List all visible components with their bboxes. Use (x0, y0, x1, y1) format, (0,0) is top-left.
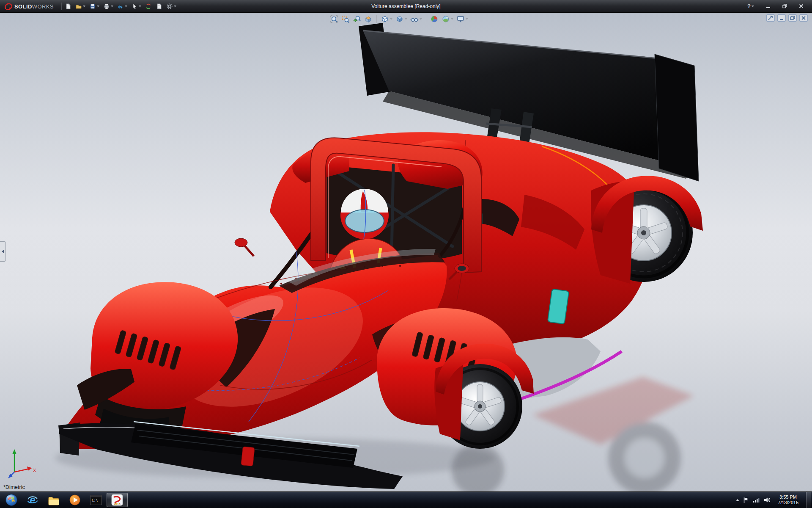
svg-text:e: e (30, 494, 35, 505)
undo-icon (117, 3, 124, 10)
taskbar-internet-explorer-button[interactable]: e (22, 492, 43, 508)
dropdown-caret-icon (97, 6, 99, 7)
model-3d-view[interactable] (0, 13, 812, 491)
dropdown-caret-icon (125, 6, 127, 7)
help-button[interactable]: ? (745, 3, 757, 10)
toolbar-separator (61, 3, 62, 10)
minimize-button[interactable] (763, 3, 773, 9)
file-properties-button[interactable] (154, 1, 164, 11)
zoom-to-fit-button[interactable] (329, 14, 339, 24)
dropdown-caret-icon (466, 18, 468, 20)
taskbar-solidworks-button[interactable]: 2015 (107, 493, 128, 507)
volume-tray-button[interactable] (764, 497, 771, 503)
display-style-button[interactable] (395, 14, 408, 24)
select-button[interactable] (130, 1, 143, 11)
section-view-icon (364, 15, 373, 23)
undo-button[interactable] (116, 1, 129, 11)
file-properties-icon (156, 3, 162, 10)
solidworks-window: SOLIDWORKS (0, 0, 812, 508)
graphics-area[interactable]: X *Dimetric (0, 13, 812, 491)
restore-icon (782, 4, 787, 8)
select-cursor-icon (131, 3, 138, 10)
save-button[interactable] (88, 1, 101, 11)
triad-x-axis (14, 469, 30, 472)
minimize-document-button[interactable] (777, 14, 786, 22)
logo-text-light: WORKS (32, 3, 54, 10)
heads-up-view-toolbar (329, 14, 469, 24)
open-document-button[interactable] (74, 1, 87, 11)
close-document-icon (801, 15, 807, 21)
restore-document-icon (790, 15, 796, 21)
rebuild-button[interactable] (144, 1, 153, 11)
close-document-button[interactable] (799, 14, 808, 22)
edit-appearance-icon (430, 15, 439, 23)
section-view-button[interactable] (363, 14, 373, 24)
taskbar-windows-explorer-button[interactable] (43, 492, 64, 508)
document-window-controls (766, 14, 808, 22)
view-orientation-button[interactable] (380, 14, 393, 24)
hide-show-items-button[interactable] (409, 14, 423, 24)
folder-icon (47, 494, 60, 505)
chevron-left-icon (2, 250, 4, 253)
show-desktop-button[interactable] (806, 492, 811, 508)
solidworks-version-badge: 2015 (114, 502, 121, 505)
zoom-to-area-button[interactable] (340, 14, 351, 24)
dropdown-caret-icon (752, 6, 754, 7)
solidworks-logo-icon (4, 3, 13, 10)
view-settings-icon (456, 15, 465, 23)
restore-document-button[interactable] (788, 14, 797, 22)
panel-collapse-tab[interactable] (0, 241, 6, 262)
rebuild-icon (145, 3, 152, 10)
taskbar-command-prompt-button[interactable]: C:\ (85, 492, 107, 508)
hide-show-items-icon (410, 15, 419, 23)
show-hidden-icons-button[interactable] (736, 499, 739, 501)
action-center-button[interactable] (743, 497, 749, 503)
apply-scene-button[interactable] (441, 14, 454, 24)
dropdown-caret-icon (83, 6, 85, 7)
edit-appearance-button[interactable] (429, 14, 439, 24)
toolbar-separator (376, 15, 377, 23)
options-button[interactable] (165, 1, 178, 11)
minimize-document-icon (779, 15, 785, 21)
options-gear-icon (166, 3, 173, 10)
windows-taskbar: e C:\ (0, 491, 812, 508)
new-document-button[interactable] (63, 1, 73, 11)
dropdown-caret-icon (405, 18, 407, 20)
view-settings-button[interactable] (455, 14, 469, 24)
command-prompt-icon: C:\ (90, 494, 102, 505)
restore-button[interactable] (780, 3, 790, 9)
close-button[interactable] (796, 3, 806, 9)
save-icon (89, 3, 96, 10)
network-tray-button[interactable] (753, 497, 760, 503)
toolbar-separator (426, 15, 426, 23)
clock-time: 3:55 PM (779, 494, 797, 500)
window-controls: ? (745, 3, 808, 10)
tow-hook (241, 447, 255, 467)
clock-date: 7/13/2015 (778, 500, 798, 505)
zoom-to-area-icon (341, 15, 350, 23)
print-button[interactable] (102, 1, 115, 11)
dropdown-caret-icon (174, 6, 176, 7)
quick-access-toolbar (63, 1, 178, 11)
zoom-to-fit-icon (330, 15, 338, 23)
orientation-triad: X (5, 444, 39, 481)
collapse-panes-button[interactable] (766, 14, 775, 22)
internet-explorer-icon: e (26, 494, 39, 506)
open-document-icon (75, 3, 82, 10)
taskbar-clock[interactable]: 3:55 PM 7/13/2015 (774, 494, 802, 505)
view-orientation-label: *Dimetric (3, 484, 25, 490)
title-bar: SOLIDWORKS (0, 0, 812, 13)
new-document-icon (65, 3, 71, 10)
previous-view-button[interactable] (352, 14, 362, 24)
minimize-icon (766, 4, 771, 8)
svg-text:C:\: C:\ (92, 499, 98, 502)
collapse-panes-icon (768, 15, 774, 21)
triad-x-label: X (33, 468, 36, 473)
taskbar-media-player-button[interactable] (64, 492, 85, 508)
windows-start-orb-icon (5, 494, 18, 506)
display-style-icon (395, 15, 404, 23)
help-label: ? (747, 3, 751, 9)
start-button[interactable] (1, 492, 22, 508)
system-tray: 3:55 PM 7/13/2015 (736, 492, 811, 508)
dropdown-caret-icon (451, 18, 453, 20)
